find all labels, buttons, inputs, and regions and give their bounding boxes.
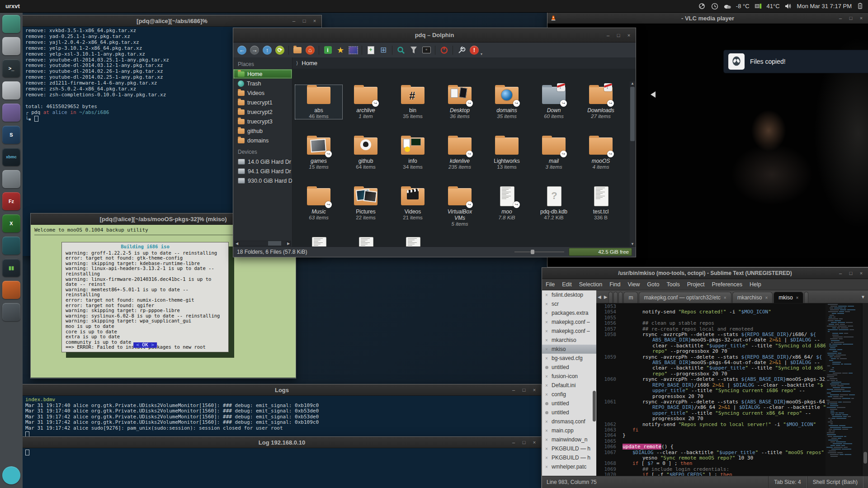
open-file-pkgbuild-h[interactable]: ×PKGBUILD — h [542,444,596,453]
icon-view-button[interactable]: ⊞ [378,45,388,55]
menu-file[interactable]: File [542,281,558,288]
minimize-button[interactable]: – [291,18,297,24]
minimize-button[interactable]: – [510,440,517,445]
terminal1-titlebar[interactable]: [pdq@alice][~/abs/i686]% – □ × [23,15,321,27]
close-tab-icon[interactable]: × [796,295,799,300]
dock-icon-gray-app[interactable] [2,37,20,55]
close-file-icon[interactable]: × [545,347,549,352]
close-file-icon[interactable]: × [545,338,549,343]
file-item-abs[interactable]: abs46 items [295,85,342,119]
menu-selection[interactable]: Selection [576,281,606,288]
file-item-mooos[interactable]: ↪mooOS4 items [577,136,624,170]
back-button[interactable]: ← [237,45,247,55]
open-file-pkgbuild-h[interactable]: ×PKGBUILD — h [542,453,596,462]
notification-popup[interactable]: Files copied! [723,50,868,73]
dock-icon-gray-tool[interactable] [2,170,20,188]
open-file-wmhelper-patc[interactable]: ×wmhelper.patc [542,462,596,471]
clock-icon[interactable] [711,2,719,10]
zoom-slider[interactable] [514,251,564,252]
file-item-music[interactable]: ↪Music63 items [295,186,342,220]
file-item-test.tcl[interactable]: test.tcl336 B [577,186,624,220]
find-button[interactable] [396,45,406,55]
sidebar-item-domains[interactable]: domains [233,136,292,145]
open-file-config[interactable]: ×config [542,390,596,399]
close-file-icon[interactable]: × [545,293,549,298]
file-item-virtualbox-vms[interactable]: ↪VirtualBoxVMs5 items [436,186,483,227]
close-file-icon[interactable]: × [545,320,549,325]
menu-help[interactable]: Help [746,281,765,288]
close-file-icon[interactable]: × [545,455,549,460]
tab-scroll-right-icon[interactable]: ▶ [603,294,609,299]
close-tab-icon[interactable]: × [765,295,768,300]
up-button[interactable]: ↑ [262,45,272,55]
menu-goto[interactable]: Goto [643,281,663,288]
dock-icon-filezilla[interactable]: Fz [2,192,20,210]
open-file-mainwindow-n[interactable]: ×mainwindow_n [542,435,596,444]
close-file-icon[interactable]: × [545,446,549,451]
ok-button[interactable]: < OK > [133,342,157,348]
file-item-github[interactable]: github64 items [342,136,389,170]
open-file-dnsmasq-conf[interactable]: ×dnsmasq.conf [542,417,596,426]
dock-icon-teal-app[interactable] [2,15,20,33]
sidebar-item-trash[interactable]: Trash [233,79,292,88]
power-button[interactable] [439,45,449,55]
scroll-down-icon[interactable]: ▼ [630,242,635,246]
menu-find[interactable]: Find [606,281,624,288]
scroll-left-icon[interactable]: ◀ [234,242,240,246]
dock-icon-xbmc[interactable]: xbmc [2,148,20,166]
close-button[interactable]: × [858,15,864,21]
minimize-button[interactable]: – [837,15,844,21]
steam-icon[interactable] [698,2,706,10]
file-item-domains[interactable]: ↪domains35 items [483,85,530,119]
open-file-main-cpp[interactable]: ×main.cpp [542,426,596,435]
close-file-icon[interactable]: × [545,419,549,424]
close-file-icon[interactable]: × [545,329,549,334]
dock-icon-terminal[interactable]: >_ [2,59,20,77]
file-item-videos[interactable]: Videos21 items [389,186,436,220]
file-item-games[interactable]: ↪games15 items [295,136,342,170]
forward-button[interactable]: → [250,45,259,55]
file-item-archlive[interactable]: ↪archlive1 item [342,85,389,119]
syntax-setting[interactable]: Shell Script (Bash) [807,476,863,488]
close-tab-icon[interactable]: × [724,295,726,300]
tab-mkiso[interactable]: mkiso× [774,292,803,303]
tab-scroll-left-icon[interactable]: ◀ [596,294,603,299]
dock-icon-editor[interactable] [2,81,20,99]
open-files-scrollbar[interactable] [593,391,596,422]
collapsed-tab[interactable] [804,292,808,303]
maximize-button[interactable]: □ [521,387,527,393]
terminal-panel-button[interactable]: ≡ [421,45,431,55]
minimize-button[interactable]: – [605,33,611,38]
maximize-button[interactable]: □ [301,18,307,24]
open-file-mkarchiso[interactable]: ×mkarchiso [542,336,596,345]
dock-icon-dark-app[interactable] [2,303,20,321]
weather-cloud-icon[interactable] [723,2,731,10]
minimap[interactable] [826,303,862,476]
home-button[interactable]: ⌂ [305,45,315,55]
remote-log-titlebar[interactable]: Log 192.168.0.10 – □ × [23,437,541,448]
open-file-makepkg-conf-[interactable]: ×makepkg.conf – [542,327,596,336]
editor-scrollbar[interactable] [863,303,868,476]
zoom-slider-handle[interactable] [531,250,534,254]
sidebar-item-videos[interactable]: Videos [233,88,292,98]
close-file-icon[interactable]: × [545,302,549,307]
scrollbar-handle[interactable] [863,452,867,464]
dock-icon-monitor-chart[interactable]: ▮▮ [2,259,20,277]
file-item[interactable] [389,237,436,247]
close-button[interactable]: × [626,33,632,38]
file-item[interactable] [342,237,389,247]
file-item[interactable] [295,237,342,247]
menu-view[interactable]: View [624,281,643,288]
scroll-up-icon[interactable]: ▲ [630,81,635,86]
file-item-bin[interactable]: #bin35 items [389,85,436,119]
split-view-button[interactable]: + [366,45,376,55]
close-button[interactable]: × [311,18,318,24]
open-file-scr[interactable]: ×scr [542,299,596,308]
close-file-icon[interactable]: × [545,383,549,388]
code-editor[interactable]: 10531054notify-send "Repos created!" -i … [596,303,827,476]
logs-titlebar[interactable]: Logs – □ × [23,384,541,396]
minimize-button[interactable]: – [837,270,844,276]
collapsed-tab[interactable] [613,292,618,303]
open-file-untitled[interactable]: untitled [542,363,596,372]
tab-mkarchiso[interactable]: mkarchiso× [732,292,773,303]
